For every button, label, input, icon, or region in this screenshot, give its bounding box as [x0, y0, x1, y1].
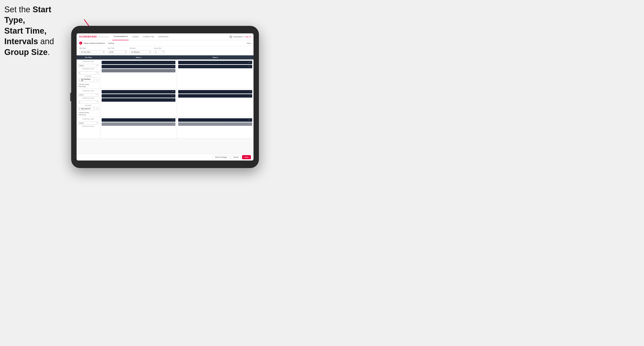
intervals-select[interactable]: 5 Minutes 10 Minutes 15 Minutes	[130, 50, 151, 54]
instruction-line2: Start Time,	[4, 26, 46, 35]
tablet-side-button	[70, 93, 71, 101]
player-check: ✓	[250, 62, 251, 63]
course-edit-2[interactable]: ✎	[96, 108, 98, 110]
group-actions-2: ○ Remove Group + Add Group	[78, 112, 99, 116]
starting-hole-label-3: STARTING HOLE:	[78, 126, 99, 127]
player-check: ✓	[173, 91, 174, 93]
tablet-shell: SCOREBOARD Powered by clipp.io TOURNAMEN…	[71, 26, 259, 168]
starting-hole-select-wrap-1: 123	[78, 70, 99, 75]
tablet-screen: SCOREBOARD Powered by clipp.io TOURNAMEN…	[76, 33, 254, 161]
team2-cell-1: ✕ ✓ ✕ ✓	[177, 59, 254, 89]
start-time-select-wrap: 10:00	[108, 49, 127, 54]
player-row-extra: ✕ ✓	[102, 69, 176, 72]
remove-group-2[interactable]: ○ Remove Group	[78, 112, 99, 114]
course-name-2: East Lake GC	[81, 108, 90, 109]
nav-brand-sub: Powered by clipp.io	[98, 36, 109, 37]
logo-text: SCOREBOARD	[79, 35, 97, 38]
remove-group-label-1: Remove Group	[80, 84, 89, 85]
course-remove-1[interactable]: ✕	[94, 79, 95, 81]
group-row: STARTING TIME: ⏱ STARTING HOLE: 12 COURS…	[76, 89, 254, 117]
player-row: ✕ ✓	[102, 98, 176, 102]
start-type-select[interactable]: 1st Tee Start Shotgun Start	[79, 50, 105, 54]
footer-bar: Reset Changes Cancel Save	[76, 154, 254, 161]
player-row: ✕	[178, 122, 252, 126]
intervals-group: Intervals 5 Minutes 10 Minutes 15 Minute…	[130, 47, 151, 54]
starting-time-label-3: STARTING TIME:	[78, 118, 99, 120]
course-tag-2: 🏌 East Lake GC ✕ ✎	[78, 107, 99, 110]
starting-hole-label-1: STARTING HOLE:	[78, 68, 99, 70]
add-group-2[interactable]: + Add Group	[78, 114, 99, 116]
nav-tab-teams[interactable]: TEAMS	[131, 33, 139, 40]
nav-bar: SCOREBOARD Powered by clipp.io TOURNAMEN…	[76, 33, 254, 40]
player-check: ✓	[173, 66, 174, 67]
starting-hole-select-1[interactable]: 123	[78, 71, 99, 75]
starting-hole-label-2: STARTING HOLE:	[78, 97, 99, 99]
team1-cell-2: ✕ ✓ ✕ ✓ ✕ ✓	[100, 89, 177, 117]
tee-table: Tee Time Team 1 Team 2 STARTING TIME: ⏱ …	[76, 55, 254, 154]
start-type-select-wrap: 1st Tee Start Shotgun Start	[79, 49, 105, 54]
nav-tab-committee[interactable]: COMMITTEE	[142, 33, 155, 40]
group-size-select[interactable]: 2 3 4	[154, 50, 164, 54]
player-remove[interactable]: ✕	[250, 123, 251, 125]
breadcrumb-logo: C	[79, 42, 82, 45]
group-row: STARTING TIME: ⏱ STARTING HOLE: 123 COUR…	[76, 59, 254, 89]
starting-hole-select-2[interactable]: 12	[78, 101, 99, 104]
col-team1: Team 1	[100, 55, 177, 59]
nav-tab-tournaments[interactable]: TOURNAMENTS	[112, 33, 128, 40]
player-check: ✓	[173, 95, 174, 97]
starting-time-input-1[interactable]	[78, 64, 99, 67]
player-check: ✓	[173, 62, 174, 63]
intervals-select-wrap: 5 Minutes 10 Minutes 15 Minutes	[130, 49, 151, 54]
clock-icon-3: ⏱	[96, 122, 98, 124]
team2-cell-3: ✕ ✓ ✕	[177, 117, 254, 138]
intervals-label: Intervals	[130, 47, 151, 49]
player-row: ✕ ✓	[178, 65, 252, 68]
course-label-1: COURSE:	[78, 75, 99, 77]
breadcrumb-tournament[interactable]: Clippd Invitational (Masters)	[84, 42, 105, 44]
sign-out-link[interactable]: Sign out	[245, 36, 251, 37]
team2-cell-2: ✕ ✕	[177, 89, 254, 117]
player-remove[interactable]: ✕	[250, 95, 251, 97]
tee-time-cell-1: STARTING TIME: ⏱ STARTING HOLE: 123 COUR…	[76, 59, 100, 89]
course-icon-2: 🏌	[79, 108, 80, 109]
group-size-select-wrap: 2 3 4	[154, 49, 164, 54]
user-email: blair@clippd.io	[233, 36, 243, 37]
player-check: ✓	[173, 119, 174, 121]
tee-time-cell-2: STARTING TIME: ⏱ STARTING HOLE: 12 COURS…	[76, 89, 100, 117]
starting-time-input-3[interactable]	[78, 122, 99, 125]
player-remove[interactable]: ✕	[173, 123, 174, 125]
start-time-select[interactable]: 10:00	[108, 50, 127, 54]
back-button[interactable]: ‹ Back	[246, 42, 251, 44]
group-row: STARTING TIME: ⏱ STARTING HOLE: ✕ ✓ ✕	[76, 117, 254, 139]
course-edit-1[interactable]: ✎	[96, 79, 98, 81]
starting-time-input-2[interactable]	[78, 93, 99, 97]
player-row: ✕ ✓	[102, 65, 176, 68]
add-group-1[interactable]: + Add Group	[78, 86, 99, 87]
course-tag-1: 🏌 (A) Peachtree GC ✕ ✎	[78, 78, 99, 82]
start-time-label: Start Time	[108, 47, 127, 49]
cancel-button[interactable]: Cancel	[231, 155, 241, 159]
save-button[interactable]: Save	[242, 155, 251, 159]
reset-changes-button[interactable]: Reset Changes	[213, 155, 229, 159]
group-size-label: Group Size	[154, 47, 164, 49]
group-size-group: Group Size 2 3 4	[154, 47, 164, 54]
course-label-2: COURSE:	[78, 105, 99, 106]
course-remove-2[interactable]: ✕	[94, 108, 95, 110]
start-type-label: Start Type	[79, 47, 105, 49]
table-header: Tee Time Team 1 Team 2	[76, 55, 254, 59]
player-row: ✕ ✓	[102, 118, 176, 122]
instruction-text: Set the Start Type, Start Time, Interval…	[4, 4, 69, 57]
instruction-line3-bold: Intervals	[4, 37, 38, 46]
team1-cell-3: ✕ ✓ ✕	[100, 117, 177, 138]
player-remove[interactable]: ✕	[250, 91, 251, 93]
starting-time-input-wrap-2: ⏱	[78, 92, 99, 97]
starting-hole-select-wrap-2: 12	[78, 100, 99, 104]
remove-group-1[interactable]: ○ Remove Group	[78, 83, 99, 85]
nav-tab-rankings[interactable]: RANKINGS	[158, 33, 169, 40]
breadcrumb-bar: C Clippd Invitational (Masters) › Hostin…	[76, 40, 254, 46]
instruction-line4-bold: Group Size	[4, 48, 48, 57]
breadcrumb-section: Hosting	[108, 42, 114, 44]
starting-time-label-2: STARTING TIME:	[78, 90, 99, 92]
clock-icon-1: ⏱	[96, 64, 98, 66]
player-row: ✕ ✓	[102, 94, 176, 98]
